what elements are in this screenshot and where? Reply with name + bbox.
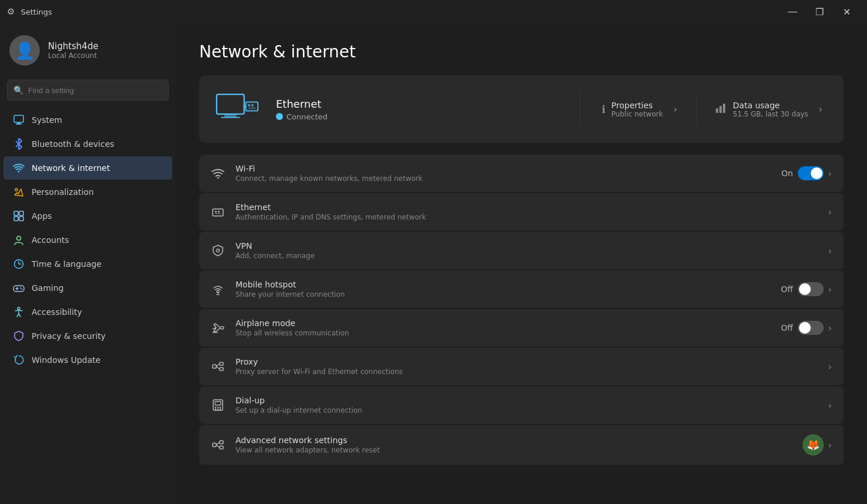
wifi-text: Wi-Fi Connect, manage known networks, me… — [235, 164, 771, 183]
network-icon — [13, 162, 25, 174]
data-usage-arrow: › — [819, 104, 822, 115]
sidebar-item-label-time: Time & language — [32, 259, 101, 269]
wifi-chevron: › — [828, 168, 832, 179]
svg-rect-21 — [248, 104, 250, 107]
nav-list: System Bluetooth & devices — [0, 108, 176, 504]
wifi-title: Wi-Fi — [235, 164, 771, 173]
connected-dot — [276, 113, 283, 120]
sidebar-item-apps[interactable]: Apps — [4, 204, 172, 228]
dialup-subtitle: Set up a dial-up internet connection — [235, 406, 818, 414]
accessibility-icon — [13, 306, 25, 318]
ethernet-status-text: Connected — [286, 112, 327, 121]
close-button[interactable]: ✕ — [833, 2, 860, 21]
vpn-chevron: › — [828, 245, 832, 256]
advanced-avatar: 🦊 — [803, 434, 824, 455]
hotspot-title: Mobile hotspot — [235, 280, 770, 289]
proxy-subtitle: Proxy server for Wi-Fi and Ethernet conn… — [235, 368, 818, 376]
hotspot-subtitle: Share your internet connection — [235, 290, 770, 299]
wifi-row[interactable]: Wi-Fi Connect, manage known networks, me… — [199, 155, 844, 192]
sidebar-item-label-system: System — [32, 115, 62, 125]
sidebar-item-accessibility[interactable]: Accessibility — [4, 300, 172, 324]
sidebar-item-update[interactable]: Windows Update — [4, 348, 172, 372]
airplane-right: Off › — [781, 321, 832, 335]
minimize-button[interactable]: — — [779, 2, 806, 21]
proxy-right: › — [828, 361, 832, 372]
vpn-title: VPN — [235, 241, 818, 251]
page-title: Network & internet — [199, 42, 844, 61]
accounts-icon — [13, 234, 25, 246]
properties-arrow: › — [674, 104, 677, 115]
vpn-right: › — [828, 245, 832, 256]
svg-point-32 — [217, 249, 220, 252]
titlebar-left: ⚙ Settings — [7, 6, 52, 17]
app-layout: 👤 Nightsh4de Local Account 🔍 — [0, 23, 867, 504]
svg-text:🦊: 🦊 — [807, 438, 820, 451]
titlebar-title: Settings — [21, 8, 52, 16]
airplane-row[interactable]: Airplane mode Stop all wireless communic… — [199, 309, 844, 347]
ethernet-card[interactable]: Ethernet Connected ℹ Properties Public n… — [199, 76, 844, 143]
sidebar-item-bluetooth[interactable]: Bluetooth & devices — [4, 132, 172, 156]
sidebar-item-network[interactable]: Network & internet — [4, 156, 172, 180]
sidebar-item-label-update: Windows Update — [32, 355, 101, 365]
search-input[interactable] — [28, 86, 162, 95]
svg-rect-29 — [215, 211, 217, 212]
maximize-button[interactable]: ❐ — [806, 2, 833, 21]
hotspot-row[interactable]: Mobile hotspot Share your internet conne… — [199, 270, 844, 308]
sidebar-item-accounts[interactable]: Accounts — [4, 228, 172, 252]
proxy-icon — [211, 359, 225, 373]
settings-list: Wi-Fi Connect, manage known networks, me… — [199, 155, 844, 465]
airplane-subtitle: Stop all wireless communication — [235, 329, 770, 337]
data-usage-item[interactable]: Data usage 51.5 GB, last 30 days › — [715, 101, 822, 118]
sidebar-item-gaming[interactable]: Gaming — [4, 276, 172, 300]
svg-rect-25 — [719, 106, 722, 113]
ethernet-status: Connected — [276, 112, 580, 121]
ethernet-chevron: › — [828, 207, 832, 218]
ethernet-row[interactable]: Ethernet Authentication, IP and DNS sett… — [199, 193, 844, 231]
svg-point-48 — [217, 409, 219, 410]
sidebar-item-personalization[interactable]: Personalization — [4, 180, 172, 204]
hotspot-toggle[interactable] — [798, 282, 824, 296]
titlebar-controls: — ❐ ✕ — [779, 2, 860, 21]
sidebar-item-system[interactable]: System — [4, 108, 172, 132]
svg-point-44 — [215, 407, 216, 408]
svg-point-27 — [217, 177, 219, 179]
svg-rect-35 — [216, 294, 220, 295]
svg-point-4 — [15, 188, 18, 191]
info-icon: ℹ — [602, 103, 606, 115]
advanced-row[interactable]: Advanced network settings View all netwo… — [199, 425, 844, 465]
meta-divider — [696, 95, 697, 124]
sidebar-item-privacy[interactable]: Privacy & security — [4, 324, 172, 348]
svg-rect-26 — [723, 104, 725, 113]
proxy-text: Proxy Proxy server for Wi-Fi and Etherne… — [235, 357, 818, 376]
svg-point-45 — [217, 407, 219, 408]
titlebar: ⚙ Settings — ❐ ✕ — [0, 0, 867, 23]
dialup-row[interactable]: Dial-up Set up a dial-up internet connec… — [199, 386, 844, 424]
airplane-toggle[interactable] — [798, 321, 824, 335]
ethernet-row-right: › — [828, 207, 832, 218]
svg-rect-11 — [13, 286, 24, 292]
properties-label: Properties — [612, 101, 663, 110]
search-box[interactable]: 🔍 — [7, 80, 169, 101]
vpn-row[interactable]: VPN Add, connect, manage › — [199, 232, 844, 269]
sidebar-item-time[interactable]: Time & language — [4, 252, 172, 276]
sidebar-item-label-bluetooth: Bluetooth & devices — [32, 139, 114, 149]
wifi-toggle[interactable] — [798, 166, 824, 180]
user-profile[interactable]: 👤 Nightsh4de Local Account — [0, 23, 176, 75]
sidebar-item-label-personalization: Personalization — [32, 187, 94, 197]
svg-rect-8 — [19, 217, 23, 221]
privacy-icon — [13, 330, 25, 342]
svg-line-53 — [216, 443, 220, 445]
ethernet-row-title: Ethernet — [235, 203, 818, 212]
sidebar-item-label-accessibility: Accessibility — [32, 307, 82, 317]
proxy-row[interactable]: Proxy Proxy server for Wi-Fi and Etherne… — [199, 348, 844, 385]
dialup-title: Dial-up — [235, 396, 818, 405]
properties-item[interactable]: ℹ Properties Public network › — [602, 101, 677, 118]
sidebar-item-label-gaming: Gaming — [32, 283, 64, 293]
advanced-subtitle: View all network adapters, network reset — [235, 446, 792, 454]
svg-rect-0 — [14, 115, 23, 122]
sidebar-item-label-apps: Apps — [32, 211, 52, 221]
properties-sub: Public network — [612, 110, 663, 118]
data-usage-sub: 51.5 GB, last 30 days — [733, 110, 808, 118]
svg-rect-37 — [213, 365, 216, 368]
airplane-status: Off — [781, 323, 793, 332]
